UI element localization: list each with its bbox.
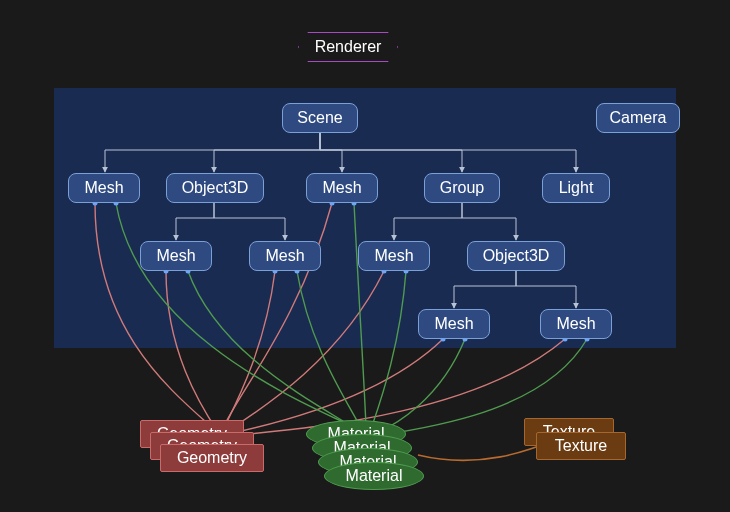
mesh-node: Mesh <box>68 173 140 203</box>
camera-node: Camera <box>596 103 680 133</box>
mesh-node: Mesh <box>306 173 378 203</box>
mesh-node: Mesh <box>540 309 612 339</box>
light-node: Light <box>542 173 610 203</box>
object3d-node: Object3D <box>166 173 264 203</box>
texture-node: Texture <box>536 432 626 460</box>
mesh-node: Mesh <box>358 241 430 271</box>
mesh-node: Mesh <box>249 241 321 271</box>
mesh-node: Mesh <box>418 309 490 339</box>
object3d-node: Object3D <box>467 241 565 271</box>
mesh-node: Mesh <box>140 241 212 271</box>
scene-node: Scene <box>282 103 358 133</box>
group-node: Group <box>424 173 500 203</box>
renderer-node: Renderer <box>298 32 398 62</box>
material-node: Material <box>324 462 424 490</box>
geometry-node: Geometry <box>160 444 264 472</box>
diagram-stage: { "renderer": "Renderer", "scene_panel":… <box>0 0 730 512</box>
